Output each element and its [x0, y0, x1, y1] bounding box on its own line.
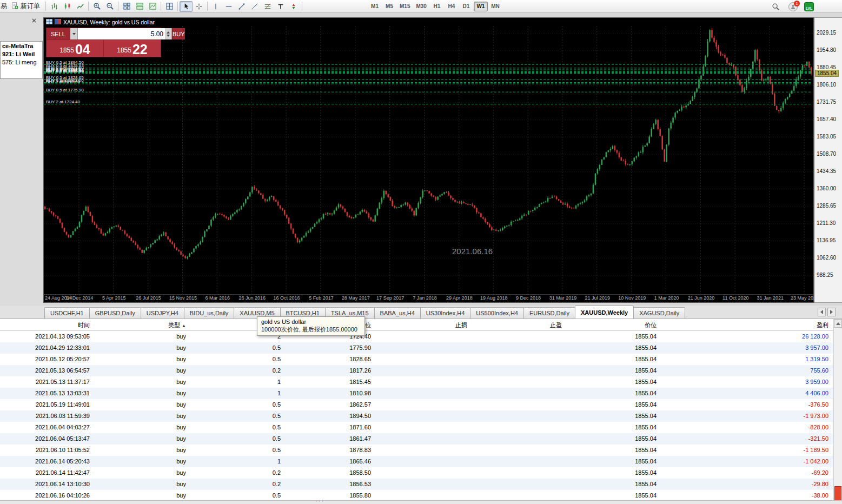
chart-tab-baba-us-h4[interactable]: BABA_us,H4 — [374, 307, 421, 319]
buy-price-display[interactable]: 1855 22 — [104, 40, 161, 57]
order-cell — [0, 410, 30, 422]
position-row[interactable]: 2021.06.16 04:10:26buy0.51855.801855.04-… — [0, 490, 842, 501]
volume-stepper[interactable] — [165, 28, 172, 39]
tile-windows-button[interactable] — [120, 1, 133, 12]
buy-button[interactable]: BUY — [172, 28, 185, 39]
status-grip[interactable]: ··· — [315, 498, 324, 504]
position-row[interactable]: 2021.06.14 13:10:30buy0.21856.531855.04-… — [0, 479, 842, 490]
position-row[interactable]: 2021.06.14 05:20:43buy11865.461855.04-1 … — [0, 456, 842, 467]
date-tick-label: 26 Jul 2015 — [136, 295, 161, 301]
bar-chart-button[interactable] — [48, 1, 61, 12]
mailbox-line[interactable]: ce-MetaTra — [1, 42, 42, 50]
chart-tab-usdjpy-h4[interactable]: USDJPY,H4 — [141, 307, 184, 319]
chart-plot-area[interactable]: BUY 0.5 at 1894.50BUY 0.5 at 1878.83BUY … — [44, 26, 813, 294]
column-header-order[interactable] — [0, 319, 30, 330]
zoom-in-button[interactable] — [90, 1, 103, 12]
column-header-sl[interactable]: 止损 — [373, 319, 469, 330]
volume-input[interactable] — [78, 28, 165, 39]
close-icon[interactable] — [30, 16, 38, 24]
position-row[interactable]: 2021.05.19 11:49:01buy0.51862.571855.04-… — [0, 399, 842, 410]
search-icon[interactable] — [769, 1, 782, 12]
vertical-line-button[interactable] — [209, 1, 222, 12]
sl-cell — [373, 490, 469, 501]
price-cell: 1855.04 — [564, 331, 659, 342]
timeframe-button-d1[interactable]: D1 — [459, 2, 473, 11]
chart-tab-eurusd-daily[interactable]: EURUSD,Daily — [523, 307, 575, 319]
fibonacci-button[interactable] — [261, 1, 274, 12]
chart-tab-us30index-h4[interactable]: US30Index,H4 — [420, 307, 471, 319]
timeframe-button-h4[interactable]: H4 — [445, 2, 459, 11]
table-scrollbar[interactable] — [833, 319, 842, 501]
timeframe-button-mn[interactable]: MN — [488, 2, 502, 11]
order-cell — [0, 376, 30, 388]
zoom-out-button[interactable] — [103, 1, 116, 12]
position-row[interactable]: 2021.06.03 11:59:39buy0.51894.501855.04-… — [0, 410, 842, 422]
chart-tab-gbpusd-daily[interactable]: GBPUSD,Daily — [89, 307, 141, 319]
arrange-windows-button[interactable] — [133, 1, 146, 12]
position-row[interactable]: 2021.06.04 04:03:27buy0.51871.601855.04-… — [0, 422, 842, 433]
column-header-time[interactable]: 时间 — [30, 319, 92, 330]
volume-dropdown-icon[interactable] — [70, 28, 78, 39]
open-price-cell: 1878.83 — [283, 445, 373, 456]
new-order-button[interactable]: 新订单 — [7, 1, 44, 12]
chart-tab-xauusd-weekly[interactable]: XAUUSD,Weekly — [575, 306, 634, 319]
arrows-button[interactable] — [287, 1, 300, 12]
line-chart-button[interactable] — [74, 1, 87, 12]
tab-scroll-right-icon[interactable] — [827, 308, 836, 316]
cursor-button[interactable] — [180, 1, 193, 12]
volume-cell: 1 — [188, 376, 283, 388]
sell-price-display[interactable]: 1855 04 — [47, 40, 104, 57]
volume-cell: 0.2 — [188, 479, 283, 490]
mailbox-line[interactable]: 575: Li meng — [1, 58, 42, 66]
channel-button[interactable] — [248, 1, 261, 12]
position-row[interactable]: 2021.05.13 13:03:31buy11810.981855.044 4… — [0, 388, 842, 399]
profit-cell: -38.00 — [659, 490, 831, 501]
position-row[interactable]: 2021.05.13 06:54:57buy0.21817.261855.047… — [0, 365, 842, 376]
crosshair-button[interactable] — [193, 1, 205, 12]
price-cell: 1855.04 — [564, 410, 659, 422]
position-row[interactable]: 2021.06.10 11:05:52buy0.51878.831855.04-… — [0, 445, 842, 456]
timeframe-button-m5[interactable]: M5 — [382, 2, 396, 11]
symbol-tooltip: gold vs US dollar 100000次价位, 最后报价1855.00… — [257, 316, 365, 336]
sell-button[interactable]: SELL — [47, 28, 70, 39]
position-row[interactable]: 2021.05.12 05:20:57buy0.51828.651855.041… — [0, 354, 842, 365]
timeframe-button-m1[interactable]: M1 — [368, 2, 382, 11]
price-axis[interactable]: 2029.151954.801880.451806.101731.751657.… — [814, 17, 842, 303]
chart-tab-bidu-us-daily[interactable]: BIDU_us,Daily — [184, 307, 235, 319]
candlestick-chart-button[interactable] — [61, 1, 74, 12]
account-icon[interactable]: 1 — [788, 2, 798, 11]
mailbox-line[interactable]: 921: Li Weil — [1, 50, 42, 58]
horizontal-line-button[interactable] — [222, 1, 235, 12]
column-header-price[interactable]: 价位 — [564, 319, 659, 330]
column-header-tp[interactable]: 止盈 — [469, 319, 564, 330]
scrollbar-thumb[interactable] — [834, 486, 841, 501]
grid-button[interactable] — [163, 1, 176, 12]
scrollbar-up-icon[interactable] — [834, 319, 842, 328]
tab-scroll-left-icon[interactable] — [818, 308, 826, 316]
time-cell: 2021.06.14 05:20:43 — [30, 456, 92, 467]
position-row[interactable]: 2021.04.13 09:53:05buy21724.401855.0426 … — [0, 331, 842, 342]
date-tick-label: 9 Dec 2018 — [516, 295, 541, 301]
position-row[interactable]: 2021.04.29 12:33:01buy0.51775.901855.043… — [0, 342, 842, 354]
date-tick-label: 21 Jun 2020 — [688, 295, 715, 301]
levels-icon[interactable]: LVL — [804, 2, 814, 11]
sl-cell — [373, 399, 469, 410]
column-header-profit[interactable]: 盈利 — [659, 319, 831, 330]
column-header-type[interactable]: 类型▲ — [92, 319, 188, 330]
date-axis[interactable]: 24 Aug 201414 Dec 20145 Apr 201526 Jul 2… — [44, 294, 813, 302]
indicators-button[interactable] — [146, 1, 159, 12]
position-row[interactable]: 2021.05.13 11:37:17buy11815.451855.043 9… — [0, 376, 842, 388]
timeframe-button-h1[interactable]: H1 — [430, 2, 444, 11]
chart-tab-xagusd-daily[interactable]: XAGUSD,Daily — [633, 307, 685, 319]
toolbar-separator — [88, 2, 89, 11]
chart-tab-us500index-h4[interactable]: US500Index,H4 — [470, 307, 524, 319]
text-button[interactable] — [274, 1, 287, 12]
trendline-button[interactable] — [235, 1, 248, 12]
chart-tab-usdchf-h1[interactable]: USDCHF,H1 — [44, 307, 90, 319]
position-row[interactable]: 2021.06.14 11:42:47buy0.21858.501855.04-… — [0, 467, 842, 479]
timeframe-button-m30[interactable]: M30 — [413, 2, 429, 11]
timeframe-button-m15[interactable]: M15 — [397, 2, 413, 11]
price-cell: 1855.04 — [564, 490, 659, 501]
position-row[interactable]: 2021.06.04 05:13:47buy0.51861.471855.04-… — [0, 433, 842, 445]
timeframe-button-w1[interactable]: W1 — [474, 2, 488, 11]
